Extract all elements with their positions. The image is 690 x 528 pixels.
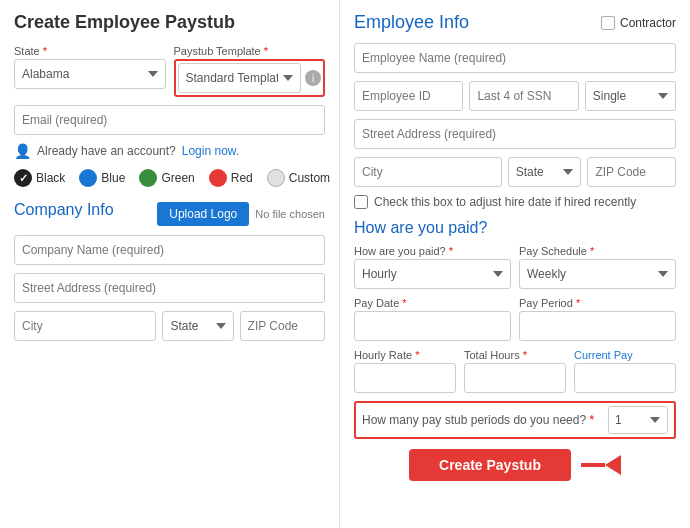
adjust-row: Check this box to adjust hire date if hi… (354, 195, 676, 209)
pay-schedule-select[interactable]: Weekly (519, 259, 676, 289)
color-circle-custom (267, 169, 285, 187)
contractor-row: Contractor (601, 16, 676, 30)
pay-dates-row: Pay Date * 05/19/2021 Pay Period * 05/13… (354, 297, 676, 341)
employee-name-input[interactable] (354, 43, 676, 73)
company-zip-input[interactable] (240, 311, 325, 341)
color-circle-red (209, 169, 227, 187)
periods-select[interactable]: 1 (608, 406, 668, 434)
filing-select[interactable]: Single (585, 81, 676, 111)
color-green[interactable]: Green (139, 169, 194, 187)
company-street-input[interactable] (14, 273, 325, 303)
upload-logo-button[interactable]: Upload Logo (157, 202, 249, 226)
company-state-select[interactable]: State (162, 311, 233, 341)
create-paystub-button[interactable]: Create Paystub (409, 449, 571, 481)
right-header: Employee Info Contractor (354, 12, 676, 33)
info-icon[interactable]: i (305, 70, 321, 86)
pay-period-label: Pay Period * (519, 297, 676, 309)
arrow-indicator (581, 455, 621, 475)
employee-id-row: Single (354, 81, 676, 111)
pay-date-label: Pay Date * (354, 297, 511, 309)
current-pay-input[interactable] (574, 363, 676, 393)
create-btn-row: Create Paystub (354, 449, 676, 481)
pay-date-input[interactable]: 05/19/2021 (354, 311, 511, 341)
login-link[interactable]: Login now. (182, 144, 239, 158)
no-file-label: No file chosen (255, 208, 325, 220)
paystub-template-box: Standard Template i (174, 59, 326, 97)
periods-row: How many pay stub periods do you need? *… (354, 401, 676, 439)
adjust-checkbox[interactable] (354, 195, 368, 209)
street-input[interactable] (354, 119, 676, 149)
employee-id-input[interactable] (354, 81, 463, 111)
how-paid-title: How are you paid? (354, 219, 676, 237)
city-input[interactable] (354, 157, 502, 187)
right-panel: Employee Info Contractor Single (340, 0, 690, 528)
paystub-template-select[interactable]: Standard Template (178, 63, 302, 93)
location-row: State (354, 157, 676, 187)
state-label: State * (14, 45, 166, 57)
how-paid-row: How are you paid? * Hourly Pay Schedule … (354, 245, 676, 289)
periods-label: How many pay stub periods do you need? * (362, 413, 602, 427)
company-zip-group (240, 311, 325, 341)
paystub-template-label: Paystub Template * (174, 45, 326, 57)
how-paid-select[interactable]: Hourly (354, 259, 511, 289)
color-blue[interactable]: Blue (79, 169, 125, 187)
current-pay-label: Current Pay (574, 349, 676, 361)
ssn-input[interactable] (469, 81, 578, 111)
color-circle-green (139, 169, 157, 187)
state-select[interactable]: Alabama (14, 59, 166, 89)
state-select-right[interactable]: State (508, 157, 582, 187)
email-input[interactable] (14, 105, 325, 135)
company-name-input[interactable] (14, 235, 325, 265)
total-hours-label: Total Hours * (464, 349, 566, 361)
hourly-rate-label: Hourly Rate * (354, 349, 456, 361)
rates-row: Hourly Rate * 20 Total Hours * 40 Curren… (354, 349, 676, 393)
contractor-label: Contractor (620, 16, 676, 30)
how-paid-label: How are you paid? * (354, 245, 511, 257)
left-panel: Create Employee Paystub State * Alabama … (0, 0, 340, 528)
company-city-group (14, 311, 156, 341)
right-title: Employee Info (354, 12, 469, 33)
paystub-template-group: Paystub Template * Standard Template i (174, 45, 326, 97)
company-city-input[interactable] (14, 311, 156, 341)
adjust-label: Check this box to adjust hire date if hi… (374, 195, 636, 209)
color-red[interactable]: Red (209, 169, 253, 187)
page-title: Create Employee Paystub (14, 12, 325, 33)
login-row: 👤 Already have an account? Login now. (14, 143, 325, 159)
color-circle-black (14, 169, 32, 187)
total-hours-input[interactable]: 40 (464, 363, 566, 393)
company-location-row: State (14, 311, 325, 341)
hourly-rate-input[interactable]: 20 (354, 363, 456, 393)
color-circle-blue (79, 169, 97, 187)
person-icon: 👤 (14, 143, 31, 159)
color-row: Black Blue Green Red Custom (14, 169, 325, 187)
pay-schedule-label: Pay Schedule * (519, 245, 676, 257)
company-state-group: State (162, 311, 233, 341)
color-custom[interactable]: Custom (267, 169, 330, 187)
company-info-header: Company Info Upload Logo No file chosen (14, 201, 325, 227)
contractor-checkbox[interactable] (601, 16, 615, 30)
pay-period-input[interactable]: 05/13/2021 - 05/19/2021 (519, 311, 676, 341)
zip-input[interactable] (587, 157, 676, 187)
color-black[interactable]: Black (14, 169, 65, 187)
company-section-title: Company Info (14, 201, 114, 219)
state-group: State * Alabama (14, 45, 166, 89)
